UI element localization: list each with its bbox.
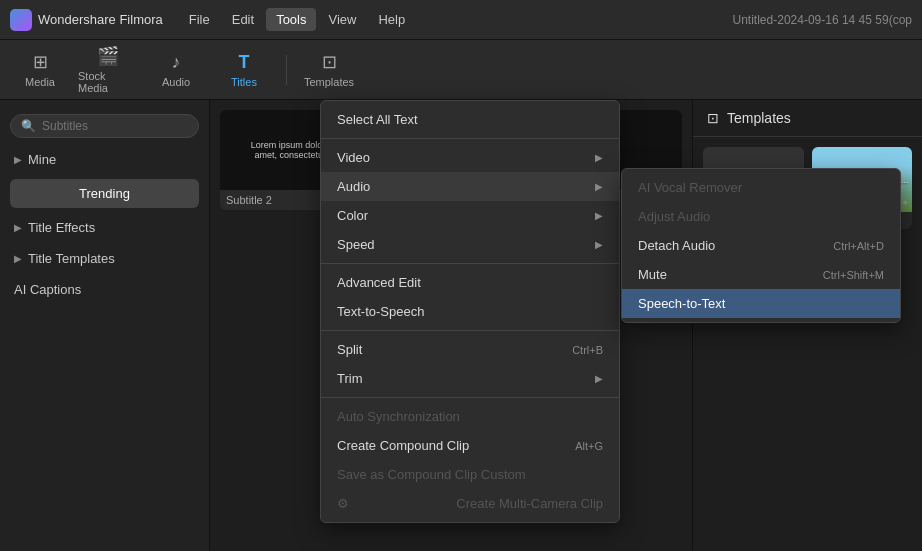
- adjust-audio-label: Adjust Audio: [638, 209, 710, 224]
- audio-arrow-icon: ▶: [595, 181, 603, 192]
- speed-label: Speed: [337, 237, 375, 252]
- create-compound-label: Create Compound Clip: [337, 438, 469, 453]
- menu-item-audio[interactable]: Audio ▶ AI Vocal Remover Adjust Audio De…: [321, 172, 619, 201]
- trim-arrow-icon: ▶: [595, 373, 603, 384]
- submenu-ai-vocal-remover[interactable]: AI Vocal Remover: [622, 173, 900, 202]
- text-to-speech-label: Text-to-Speech: [337, 304, 424, 319]
- submenu-detach-audio[interactable]: Detach Audio Ctrl+Alt+D: [622, 231, 900, 260]
- create-multicam-icon: ⚙: [337, 496, 349, 511]
- menu-item-text-to-speech[interactable]: Text-to-Speech: [321, 297, 619, 326]
- speed-arrow-icon: ▶: [595, 239, 603, 250]
- menu-item-advanced-edit[interactable]: Advanced Edit: [321, 268, 619, 297]
- menu-item-speed[interactable]: Speed ▶: [321, 230, 619, 259]
- menu-item-auto-sync: Auto Synchronization: [321, 402, 619, 431]
- advanced-edit-label: Advanced Edit: [337, 275, 421, 290]
- video-arrow-icon: ▶: [595, 152, 603, 163]
- save-compound-label: Save as Compound Clip Custom: [337, 467, 526, 482]
- mute-shortcut: Ctrl+Shift+M: [823, 269, 884, 281]
- topbar: Wondershare Filmora File Edit Tools View…: [0, 0, 922, 40]
- color-label: Color: [337, 208, 368, 223]
- menu-bar: File Edit Tools View Help: [179, 8, 733, 31]
- menu-item-create-compound[interactable]: Create Compound Clip Alt+G: [321, 431, 619, 460]
- split-label: Split: [337, 342, 362, 357]
- menu-edit[interactable]: Edit: [222, 8, 264, 31]
- create-compound-shortcut: Alt+G: [575, 440, 603, 452]
- mute-label: Mute: [638, 267, 667, 282]
- window-title: Untitled-2024-09-16 14 45 59(cop: [733, 13, 912, 27]
- menu-item-create-multicam: ⚙ Create Multi-Camera Clip: [321, 489, 619, 518]
- trim-label: Trim: [337, 371, 363, 386]
- auto-sync-label: Auto Synchronization: [337, 409, 460, 424]
- menu-item-trim[interactable]: Trim ▶: [321, 364, 619, 393]
- create-multicam-label: Create Multi-Camera Clip: [456, 496, 603, 511]
- app-logo: Wondershare Filmora: [10, 9, 163, 31]
- menu-tools[interactable]: Tools: [266, 8, 316, 31]
- detach-audio-label: Detach Audio: [638, 238, 715, 253]
- speech-to-text-label: Speech-to-Text: [638, 296, 725, 311]
- menu-item-save-compound: Save as Compound Clip Custom: [321, 460, 619, 489]
- divider-1: [321, 138, 619, 139]
- tools-dropdown-menu: Select All Text Video ▶ Audio ▶ AI Vocal…: [320, 100, 620, 523]
- ai-vocal-remover-label: AI Vocal Remover: [638, 180, 742, 195]
- detach-audio-shortcut: Ctrl+Alt+D: [833, 240, 884, 252]
- app-name: Wondershare Filmora: [38, 12, 163, 27]
- divider-2: [321, 263, 619, 264]
- divider-4: [321, 397, 619, 398]
- audio-label: Audio: [337, 179, 370, 194]
- submenu-speech-to-text[interactable]: Speech-to-Text: [622, 289, 900, 318]
- audio-submenu: AI Vocal Remover Adjust Audio Detach Aud…: [621, 168, 901, 323]
- submenu-mute[interactable]: Mute Ctrl+Shift+M: [622, 260, 900, 289]
- dropdown-overlay: Select All Text Video ▶ Audio ▶ AI Vocal…: [0, 40, 922, 551]
- menu-item-split[interactable]: Split Ctrl+B: [321, 335, 619, 364]
- select-all-text-item[interactable]: Select All Text: [321, 105, 619, 134]
- menu-item-color[interactable]: Color ▶: [321, 201, 619, 230]
- submenu-adjust-audio[interactable]: Adjust Audio: [622, 202, 900, 231]
- menu-view[interactable]: View: [318, 8, 366, 31]
- color-arrow-icon: ▶: [595, 210, 603, 221]
- menu-help[interactable]: Help: [368, 8, 415, 31]
- menu-file[interactable]: File: [179, 8, 220, 31]
- split-shortcut: Ctrl+B: [572, 344, 603, 356]
- menu-item-video[interactable]: Video ▶: [321, 143, 619, 172]
- video-label: Video: [337, 150, 370, 165]
- app-logo-icon: [10, 9, 32, 31]
- divider-3: [321, 330, 619, 331]
